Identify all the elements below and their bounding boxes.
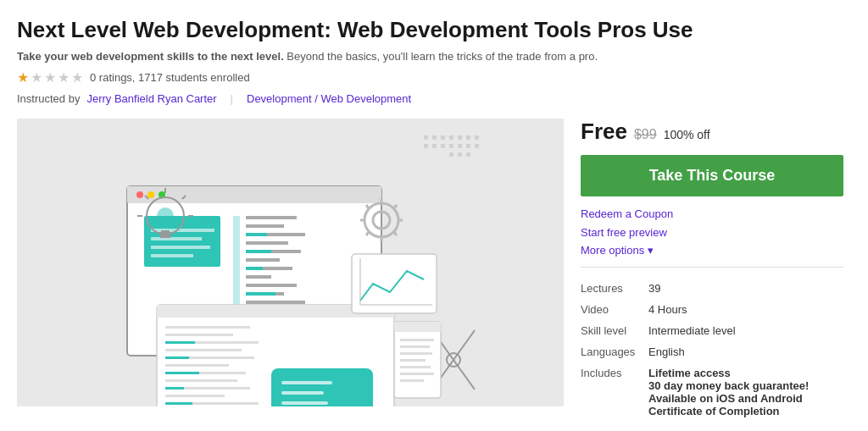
svg-rect-76 (165, 364, 229, 367)
svg-rect-104 (394, 322, 441, 332)
star-5: ★ (71, 69, 83, 86)
svg-rect-106 (400, 345, 430, 348)
svg-rect-12 (458, 152, 462, 157)
svg-rect-27 (151, 254, 193, 257)
svg-rect-46 (246, 292, 275, 296)
svg-rect-87 (165, 356, 189, 359)
svg-rect-4 (424, 144, 428, 148)
divider (581, 267, 843, 268)
svg-rect-71 (165, 326, 250, 329)
svg-rect-105 (400, 339, 434, 341)
page-title: Next Level Web Development: Web Developm… (17, 17, 851, 43)
svg-rect-95 (281, 391, 324, 395)
subtitle: Take your web development skills to the … (17, 50, 851, 63)
skill-value: Intermediate level (648, 320, 843, 341)
course-thumbnail (17, 119, 564, 406)
includes-item-1: 30 day money back guarantee! (648, 379, 843, 392)
languages-value: English (648, 341, 843, 362)
svg-point-61 (157, 207, 174, 224)
svg-rect-11 (449, 152, 453, 157)
star-4: ★ (58, 69, 70, 86)
svg-rect-74 (165, 349, 242, 351)
includes-value: Lifetime access 30 day money back guaran… (648, 362, 843, 422)
svg-rect-43 (246, 233, 267, 236)
category-link[interactable]: Development / Web Development (247, 92, 411, 105)
redeem-coupon-row: Redeem a Coupon (581, 207, 843, 220)
page-wrapper: Next Level Web Development: Web Developm… (0, 0, 868, 431)
star-2: ★ (31, 69, 42, 86)
svg-rect-5 (432, 144, 437, 148)
svg-rect-89 (165, 387, 184, 390)
includes-label: Includes (581, 362, 648, 422)
price-original: $99 (634, 127, 657, 142)
more-options-row: More options ▾ (581, 244, 843, 257)
course-info-table: Lectures 39 Video 4 Hours Skill level In… (581, 278, 843, 422)
star-rating: ★ ★ ★ ★ ★ (17, 69, 83, 86)
instructor-label: Instructed by (17, 92, 80, 105)
sidebar-panel: Free $99 100% off Take This Course Redee… (581, 119, 843, 431)
star-1: ★ (17, 69, 29, 86)
svg-rect-109 (400, 366, 431, 368)
languages-label: Languages (581, 341, 648, 362)
take-course-button[interactable]: Take This Course (581, 155, 843, 196)
svg-rect-13 (466, 135, 470, 140)
svg-rect-10 (458, 144, 462, 148)
svg-rect-15 (466, 144, 470, 148)
svg-rect-2 (432, 135, 437, 140)
svg-rect-78 (165, 379, 237, 382)
lectures-row: Lectures 39 (581, 278, 843, 299)
svg-rect-29 (246, 216, 297, 219)
svg-rect-25 (151, 237, 202, 240)
svg-rect-88 (165, 372, 199, 374)
languages-row: Languages English (581, 341, 843, 362)
svg-rect-7 (449, 135, 453, 140)
start-preview-row: Start free preview (581, 225, 843, 239)
more-options-link[interactable]: More options ▾ (581, 244, 843, 257)
svg-rect-1 (424, 135, 428, 140)
svg-rect-9 (449, 144, 453, 148)
includes-item-3: Certificate of Completion (648, 405, 843, 417)
start-preview-link[interactable]: Start free preview (581, 226, 667, 239)
video-label: Video (581, 299, 648, 320)
svg-rect-30 (246, 224, 284, 228)
svg-rect-45 (246, 267, 263, 270)
svg-rect-86 (165, 341, 195, 344)
svg-rect-94 (281, 381, 332, 384)
svg-rect-110 (400, 373, 434, 375)
svg-rect-14 (475, 135, 479, 140)
svg-rect-44 (246, 250, 271, 253)
svg-rect-39 (246, 301, 305, 304)
svg-rect-80 (165, 395, 225, 397)
includes-row: Includes Lifetime access 30 day money ba… (581, 362, 843, 422)
chevron-down-icon: ▾ (648, 244, 654, 257)
svg-rect-63 (160, 235, 170, 238)
svg-rect-26 (151, 246, 210, 249)
svg-rect-107 (400, 352, 432, 355)
svg-rect-36 (246, 275, 271, 279)
svg-rect-17 (466, 152, 470, 157)
svg-point-21 (147, 191, 154, 198)
lectures-label: Lectures (581, 278, 648, 299)
skill-label: Skill level (581, 320, 648, 341)
content-row: Free $99 100% off Take This Course Redee… (17, 119, 851, 431)
svg-rect-92 (271, 368, 373, 406)
svg-rect-37 (246, 284, 297, 287)
instructor-row: Instructed by Jerry Banfield Ryan Carter… (17, 92, 851, 105)
ratings-row: ★ ★ ★ ★ ★ 0 ratings, 1717 students enrol… (17, 69, 851, 86)
svg-rect-90 (165, 402, 192, 405)
star-3: ★ (44, 69, 56, 86)
discount-badge: 100% off (664, 128, 710, 141)
svg-rect-16 (475, 144, 479, 148)
video-value: 4 Hours (648, 299, 843, 320)
svg-rect-6 (441, 144, 445, 148)
instructor-link[interactable]: Jerry Banfield Ryan Carter (86, 92, 216, 105)
skill-row: Skill level Intermediate level (581, 320, 843, 341)
svg-rect-24 (151, 229, 214, 232)
includes-item-0: Lifetime access (648, 367, 843, 379)
subtitle-bold: Take your web development skills to the … (17, 50, 284, 63)
svg-rect-62 (161, 230, 170, 235)
subtitle-rest: Beyond the basics, you'll learn the tric… (284, 50, 598, 63)
svg-rect-8 (458, 135, 462, 140)
price-row: Free $99 100% off (581, 119, 843, 145)
redeem-coupon-link[interactable]: Redeem a Coupon (581, 207, 673, 220)
